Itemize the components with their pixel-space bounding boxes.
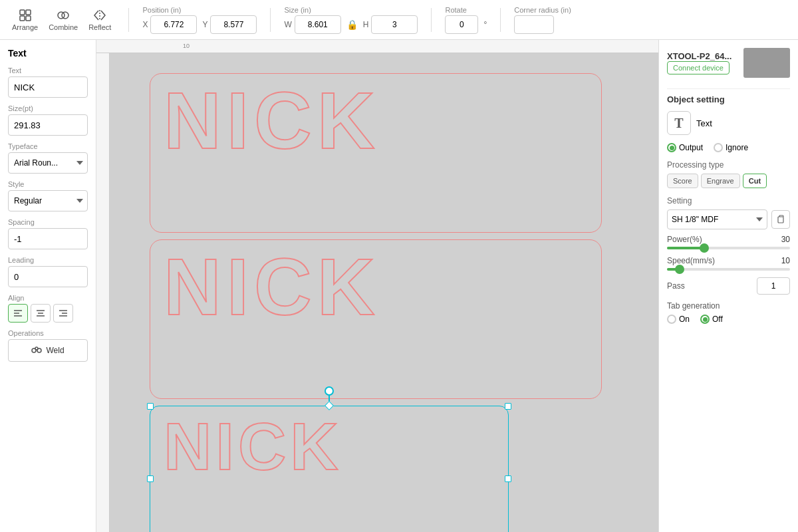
toolbar: Arrange Combine Reflect Position (in) X — [0, 0, 798, 40]
nick-object-2[interactable]: NICK — [150, 239, 602, 399]
w-field: W — [284, 15, 340, 34]
align-buttons — [8, 304, 88, 323]
rotate-unit: ° — [483, 20, 487, 29]
spacing-input[interactable] — [8, 228, 88, 249]
canvas-area[interactable]: 10 NICK NICK — [96, 40, 658, 532]
handle-middle-left[interactable] — [147, 475, 154, 482]
tab-gen-label: Tab generation — [667, 301, 790, 311]
style-select[interactable]: Regular — [8, 190, 88, 211]
device-name: XTOOL-P2_64... — [667, 51, 732, 61]
type-label: Text — [696, 118, 712, 128]
pass-label: Pass — [667, 281, 685, 291]
leading-label: Leading — [8, 256, 88, 264]
pass-input[interactable] — [757, 277, 790, 295]
size-label: Size(pt) — [8, 104, 88, 112]
output-radio-circle — [667, 143, 676, 152]
rotate-group: Rotate ° — [445, 6, 487, 34]
ruler-left — [96, 53, 110, 532]
tab-off-radio[interactable]: Off — [700, 315, 723, 324]
align-right-button[interactable] — [53, 304, 73, 323]
size-input[interactable] — [8, 114, 88, 136]
output-ignore-group: Output Ignore — [667, 143, 790, 152]
toolbar-divider-4 — [500, 8, 501, 32]
nick-object-1[interactable]: NICK — [150, 73, 602, 233]
processing-type-label: Processing type — [667, 160, 790, 170]
toolbar-divider-1 — [128, 8, 129, 32]
svg-point-5 — [62, 12, 68, 19]
align-center-button[interactable] — [31, 304, 51, 323]
power-track[interactable] — [667, 247, 790, 249]
tab-gen-row: On Off — [667, 315, 790, 324]
engrave-button[interactable]: Engrave — [701, 174, 740, 188]
device-header: XTOOL-P2_64... Connect device — [667, 48, 790, 78]
nick-object-3-selected[interactable]: NICK — [150, 406, 509, 532]
text-panel-title: Text — [8, 48, 88, 59]
operations-label: Operations — [8, 329, 88, 337]
handle-top-right[interactable] — [505, 403, 511, 410]
nick-text-2: NICK — [150, 240, 601, 333]
text-type-icon: T — [667, 111, 691, 135]
canvas-content[interactable]: NICK NICK NI — [110, 53, 658, 532]
weld-button[interactable]: Weld — [8, 339, 88, 362]
combine-button[interactable]: Combine — [45, 6, 82, 34]
align-left-button[interactable] — [8, 304, 28, 323]
nick-text-3: NICK — [150, 406, 508, 486]
rotate-input[interactable] — [445, 15, 478, 34]
processing-type-buttons: Score Engrave Cut — [667, 174, 790, 188]
ruler-mark-10: 10 — [183, 43, 190, 49]
w-input[interactable] — [295, 15, 341, 34]
connect-device-button[interactable]: Connect device — [667, 61, 730, 74]
power-slider-row: Power(%) 30 — [667, 235, 790, 249]
arrange-button[interactable]: Arrange — [8, 6, 42, 34]
ruler-top: 10 — [96, 40, 658, 53]
speed-track[interactable] — [667, 268, 790, 271]
setting-copy-button[interactable] — [771, 210, 790, 229]
y-input[interactable] — [210, 15, 257, 34]
handle-top-left[interactable] — [147, 403, 154, 410]
x-field: X — [142, 15, 197, 34]
x-input[interactable] — [150, 15, 197, 34]
text-settings-panel: Text Text Size(pt) Typeface Arial Roun..… — [0, 40, 96, 532]
y-field: Y — [202, 15, 257, 34]
nick-text-1: NICK — [150, 74, 601, 167]
setting-row: SH 1/8" MDF — [667, 209, 790, 229]
tab-on-radio[interactable]: On — [667, 315, 690, 324]
position-group: Position (in) X Y — [142, 6, 257, 34]
svg-rect-19 — [778, 217, 783, 223]
rotate-handle[interactable] — [325, 386, 334, 396]
object-type-row: T Text — [667, 111, 790, 135]
object-setting-title: Object setting — [667, 94, 790, 104]
device-thumbnail — [743, 48, 790, 78]
align-label: Align — [8, 294, 88, 302]
handle-middle-right[interactable] — [505, 475, 511, 482]
score-button[interactable]: Score — [667, 174, 698, 188]
output-radio[interactable]: Output — [667, 143, 703, 152]
leading-input[interactable] — [8, 266, 88, 287]
device-panel: XTOOL-P2_64... Connect device Object set… — [658, 40, 798, 532]
svg-point-18 — [35, 347, 38, 350]
tab-off-circle — [700, 315, 710, 324]
power-label: Power(%) — [667, 235, 702, 244]
typeface-select[interactable]: Arial Roun... — [8, 152, 88, 174]
material-select[interactable]: SH 1/8" MDF — [667, 209, 767, 229]
pass-row: Pass — [667, 277, 790, 295]
h-input[interactable] — [371, 15, 418, 34]
speed-label: Speed(mm/s) — [667, 256, 715, 265]
style-label: Style — [8, 180, 88, 188]
power-value: 30 — [769, 235, 790, 244]
toolbar-left-group: Arrange Combine Reflect — [8, 6, 115, 34]
h-field: H — [363, 15, 418, 34]
toolbar-divider-3 — [431, 8, 432, 32]
lock-icon[interactable]: 🔒 — [346, 19, 358, 30]
corner-input[interactable] — [514, 15, 554, 34]
spacing-label: Spacing — [8, 218, 88, 226]
svg-rect-1 — [26, 10, 31, 15]
text-value-input[interactable] — [8, 76, 88, 98]
main-area: Text Text Size(pt) Typeface Arial Roun..… — [0, 40, 798, 532]
cut-button[interactable]: Cut — [743, 174, 767, 188]
svg-rect-0 — [20, 10, 25, 15]
speed-value: 10 — [769, 256, 790, 265]
ignore-radio[interactable]: Ignore — [714, 143, 748, 152]
reflect-button[interactable]: Reflect — [84, 6, 115, 34]
setting-label: Setting — [667, 196, 790, 205]
